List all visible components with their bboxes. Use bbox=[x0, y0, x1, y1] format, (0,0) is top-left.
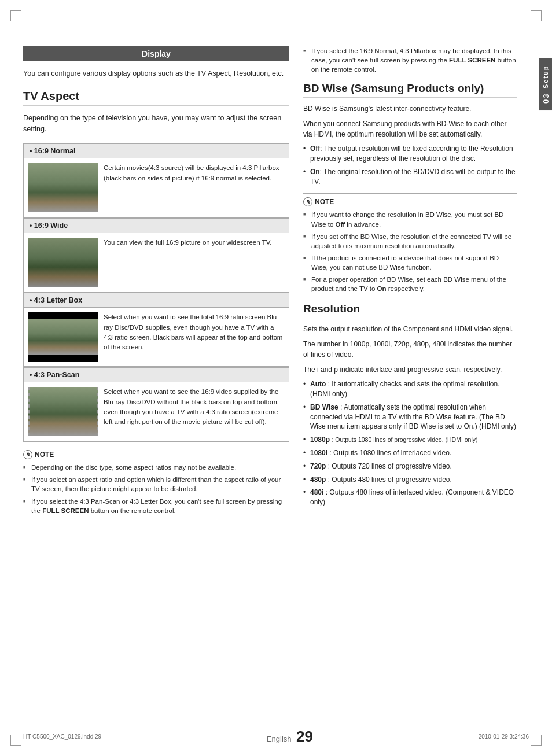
note-list-left: Depending on the disc type, some aspect … bbox=[23, 463, 289, 515]
note-title-bdwise: ✎ NOTE bbox=[303, 197, 517, 206]
resolution-intro3: The i and p indicate interlace and progr… bbox=[303, 364, 517, 375]
aspect-label-169-normal: • 16:9 Normal bbox=[24, 144, 289, 158]
corner-mark-bl bbox=[10, 735, 21, 746]
resolution-480i: 480i : Outputs 480 lines of interlaced v… bbox=[303, 488, 517, 507]
note-item-left-0: Depending on the disc type, some aspect … bbox=[23, 463, 289, 472]
resolution-intro1: Sets the output resolution of the Compon… bbox=[303, 324, 517, 334]
aspect-image-169-normal bbox=[28, 163, 98, 212]
right-note-top: If you select the 16:9 Normal, 4:3 Pilla… bbox=[303, 46, 517, 74]
resolution-heading: Resolution bbox=[303, 303, 517, 318]
page-container: 03 Setup Display You can configure vario… bbox=[0, 0, 552, 756]
bd-wise-intro1: BD Wise is Samsung's latest inter-connec… bbox=[303, 104, 517, 114]
corner-mark-tl bbox=[10, 10, 21, 21]
footer-page-number: 29 bbox=[296, 728, 313, 745]
side-tab-number: 03 bbox=[542, 93, 550, 104]
aspect-image-169-wide bbox=[28, 238, 98, 287]
aspect-item-43-panscan: • 4:3 Pan-Scan Select when you want to s… bbox=[23, 367, 289, 442]
note-bdwise-2: If the product is connected to a device … bbox=[303, 253, 517, 272]
section-intro: You can configure various display option… bbox=[23, 68, 289, 79]
note-bdwise-1: If you set off the BD Wise, the resoluti… bbox=[303, 232, 517, 250]
aspect-content-169-normal: Certain movies(4:3 source) will be displ… bbox=[24, 158, 289, 217]
note-item-left-1: If you select an aspect ratio and option… bbox=[23, 475, 289, 493]
note-icon-bdwise: ✎ bbox=[303, 197, 312, 206]
corner-mark-tr bbox=[531, 10, 542, 21]
aspect-label-43-letterbox: • 4:3 Letter Box bbox=[24, 293, 289, 308]
main-layout: Display You can configure various displa… bbox=[23, 46, 535, 518]
note-item-right-top-0: If you select the 16:9 Normal, 4:3 Pilla… bbox=[303, 46, 517, 74]
bd-wise-bullet-off: Off: The output resolution will be fixed… bbox=[303, 144, 517, 164]
note-bdwise-0: If you want to change the resolution in … bbox=[303, 210, 517, 228]
resolution-auto: Auto : It automatically checks and sets … bbox=[303, 379, 517, 399]
resolution-1080p: 1080p : Outputs 1080 lines of progressiv… bbox=[303, 435, 517, 445]
footer-english-label: English bbox=[267, 735, 292, 743]
note-box-right-bdwise: ✎ NOTE If you want to change the resolut… bbox=[303, 193, 517, 293]
footer-right: 2010-01-29 3:24:36 bbox=[479, 733, 529, 740]
note-label-bdwise: NOTE bbox=[315, 198, 334, 206]
aspect-content-43-letterbox: Select when you want to see the total 16… bbox=[24, 308, 289, 367]
aspect-item-169-wide: • 16:9 Wide You can view the full 16:9 p… bbox=[23, 218, 289, 293]
tv-aspect-heading: TV Aspect bbox=[23, 90, 289, 106]
corner-mark-br bbox=[531, 735, 542, 746]
side-tab: 03 Setup bbox=[539, 58, 552, 110]
footer-lang-english: English 29 bbox=[267, 728, 313, 746]
resolution-480p: 480p : Outputs 480 lines of progressive … bbox=[303, 475, 517, 485]
aspect-desc-43-panscan: Select when you want to see the 16:9 vid… bbox=[104, 387, 284, 436]
resolution-bullets: Auto : It automatically checks and sets … bbox=[303, 379, 517, 507]
resolution-bdwise: BD Wise : Automatically sets the optimal… bbox=[303, 403, 517, 432]
tv-aspect-sub: Depending on the type of television you … bbox=[23, 113, 289, 135]
note-title-left: ✎ NOTE bbox=[23, 450, 289, 459]
aspect-item-43-letterbox: • 4:3 Letter Box Select when you want to… bbox=[23, 293, 289, 367]
right-column: If you select the 16:9 Normal, 4:3 Pilla… bbox=[303, 46, 535, 518]
note-label-left: NOTE bbox=[35, 451, 54, 459]
footer-left: HT-C5500_XAC_0129.indd 29 bbox=[23, 733, 101, 740]
note-box-left: ✎ NOTE Depending on the disc type, some … bbox=[23, 450, 289, 515]
bd-wise-intro2: When you connect Samsung products with B… bbox=[303, 119, 517, 139]
resolution-intro2: The number in 1080p, 1080i, 720p, 480p, … bbox=[303, 339, 517, 360]
aspect-desc-169-wide: You can view the full 16:9 picture on yo… bbox=[104, 238, 284, 287]
note-list-bdwise: If you want to change the resolution in … bbox=[303, 210, 517, 293]
aspect-image-43-letterbox bbox=[28, 312, 98, 362]
bd-wise-bullet-on: On: The original resolution of the BD/DV… bbox=[303, 167, 517, 187]
side-tab-label: Setup bbox=[542, 65, 549, 88]
note-list-right-top: If you select the 16:9 Normal, 4:3 Pilla… bbox=[303, 46, 517, 74]
display-header: Display bbox=[23, 46, 289, 61]
letterbox-inner bbox=[28, 319, 98, 355]
bd-wise-heading: BD Wise (Samsung Products only) bbox=[303, 82, 517, 98]
page-footer: HT-C5500_XAC_0129.indd 29 English 29 201… bbox=[23, 724, 529, 746]
aspect-label-43-panscan: • 4:3 Pan-Scan bbox=[24, 368, 289, 382]
left-column: Display You can configure various displa… bbox=[23, 46, 289, 518]
note-item-left-2: If you select the 4:3 Pan-Scan or 4:3 Le… bbox=[23, 497, 289, 515]
aspect-content-169-wide: You can view the full 16:9 picture on yo… bbox=[24, 233, 289, 292]
aspect-desc-43-letterbox: Select when you want to see the total 16… bbox=[104, 312, 284, 362]
note-bdwise-3: For a proper operation of BD Wise, set e… bbox=[303, 275, 517, 293]
note-icon-left: ✎ bbox=[23, 450, 32, 459]
aspect-image-43-panscan bbox=[28, 387, 98, 436]
aspect-label-169-wide: • 16:9 Wide bbox=[24, 219, 289, 233]
resolution-720p: 720p : Outputs 720 lines of progressive … bbox=[303, 462, 517, 471]
aspect-item-169-normal: • 16:9 Normal Certain movies(4:3 source)… bbox=[23, 143, 289, 218]
aspect-content-43-panscan: Select when you want to see the 16:9 vid… bbox=[24, 382, 289, 441]
resolution-1080i: 1080i : Outputs 1080 lines of interlaced… bbox=[303, 448, 517, 458]
aspect-desc-169-normal: Certain movies(4:3 source) will be displ… bbox=[104, 163, 284, 212]
bd-wise-bullets: Off: The output resolution will be fixed… bbox=[303, 144, 517, 186]
